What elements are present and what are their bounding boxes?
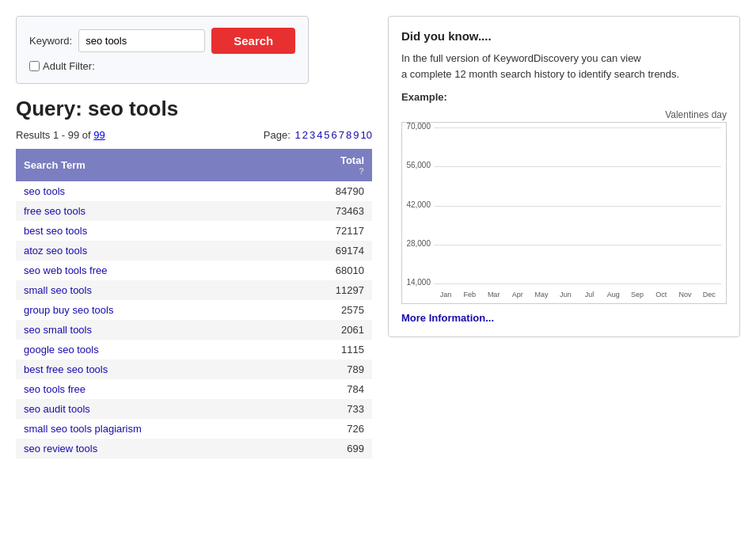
page-link-6[interactable]: 6 bbox=[332, 129, 337, 141]
term-link[interactable]: seo web tools free bbox=[24, 264, 108, 276]
page-link-4[interactable]: 4 bbox=[317, 129, 322, 141]
query-title: Query: seo tools bbox=[16, 97, 372, 121]
col-search-term: Search Term bbox=[16, 149, 283, 181]
x-label: Oct bbox=[649, 291, 673, 299]
term-link[interactable]: atoz seo tools bbox=[24, 245, 87, 257]
y-label: 14,000 bbox=[404, 278, 431, 287]
results-tbody: seo tools84790free seo tools73463best se… bbox=[16, 181, 372, 458]
y-label: 42,000 bbox=[404, 200, 431, 209]
results-count: Results 1 - 99 of 99 bbox=[16, 129, 105, 141]
bars-container bbox=[434, 127, 721, 284]
count-cell: 2575 bbox=[283, 300, 372, 320]
keyword-label: Keyword: bbox=[29, 35, 72, 47]
term-link[interactable]: google seo tools bbox=[24, 344, 99, 356]
page-link-5[interactable]: 5 bbox=[324, 129, 329, 141]
did-you-know-title: Did you know.... bbox=[401, 29, 727, 43]
results-table: Search Term Total ? seo tools84790free s… bbox=[16, 149, 372, 458]
term-link[interactable]: seo audit tools bbox=[24, 403, 90, 415]
search-box: Keyword: Search Adult Filter: bbox=[16, 16, 309, 84]
table-row: small seo tools11297 bbox=[16, 280, 372, 300]
table-row: atoz seo tools69174 bbox=[16, 241, 372, 260]
table-row: seo small tools2061 bbox=[16, 320, 372, 340]
table-row: seo web tools free68010 bbox=[16, 260, 372, 280]
page-link-2[interactable]: 2 bbox=[302, 129, 308, 141]
adult-filter-checkbox[interactable] bbox=[29, 61, 40, 71]
table-row: free seo tools73463 bbox=[16, 201, 372, 221]
term-link[interactable]: free seo tools bbox=[24, 205, 85, 217]
count-cell: 11297 bbox=[283, 280, 372, 300]
term-link[interactable]: group buy seo tools bbox=[24, 304, 113, 316]
page-link-3[interactable]: 3 bbox=[310, 129, 315, 141]
chart-area: Valentines day 70,00056,00042,00028,0001… bbox=[401, 109, 727, 304]
page-link-1[interactable]: 1 bbox=[294, 129, 300, 141]
example-label: Example: bbox=[401, 91, 727, 103]
count-cell: 84790 bbox=[283, 181, 372, 201]
did-you-know-text: In the full version of KeywordDiscovery … bbox=[401, 51, 727, 82]
x-label: Sep bbox=[625, 291, 649, 299]
table-row: seo tools84790 bbox=[16, 181, 372, 201]
page-link-9[interactable]: 9 bbox=[353, 129, 359, 141]
term-link[interactable]: best seo tools bbox=[24, 225, 87, 237]
table-row: small seo tools plagiarism726 bbox=[16, 419, 372, 439]
count-cell: 73463 bbox=[283, 201, 372, 221]
left-panel: Keyword: Search Adult Filter: Query: seo… bbox=[8, 8, 380, 466]
term-link[interactable]: small seo tools plagiarism bbox=[24, 423, 142, 435]
count-cell: 789 bbox=[283, 359, 372, 379]
adult-filter-label: Adult Filter: bbox=[43, 60, 95, 72]
col-total: Total ? bbox=[283, 149, 372, 181]
results-info: Results 1 - 99 of 99 Page: 12345678910 bbox=[16, 129, 372, 141]
term-link[interactable]: seo small tools bbox=[24, 324, 92, 336]
y-label: 56,000 bbox=[404, 161, 431, 169]
x-label: Apr bbox=[506, 291, 530, 299]
table-row: seo audit tools733 bbox=[16, 399, 372, 419]
table-row: group buy seo tools2575 bbox=[16, 300, 372, 320]
table-row: google seo tools1115 bbox=[16, 340, 372, 359]
count-cell: 68010 bbox=[283, 260, 372, 280]
x-label: Mar bbox=[482, 291, 506, 299]
x-axis: JanFebMarAprMayJunJulAugSepOctNovDec bbox=[434, 291, 721, 299]
page-link-10[interactable]: 10 bbox=[361, 129, 372, 141]
count-cell: 72117 bbox=[283, 221, 372, 241]
more-info-link[interactable]: More Information... bbox=[401, 312, 727, 324]
page-link-8[interactable]: 8 bbox=[346, 129, 351, 141]
pagination: Page: 12345678910 bbox=[264, 129, 372, 141]
count-cell: 699 bbox=[283, 439, 372, 458]
table-row: seo review tools699 bbox=[16, 439, 372, 458]
chart-title: Valentines day bbox=[401, 109, 727, 120]
x-label: Dec bbox=[697, 291, 721, 299]
x-label: Feb bbox=[458, 291, 481, 299]
count-cell: 784 bbox=[283, 379, 372, 399]
y-label: 70,000 bbox=[404, 122, 431, 131]
search-button[interactable]: Search bbox=[211, 28, 295, 54]
results-link[interactable]: 99 bbox=[93, 129, 104, 141]
term-link[interactable]: seo tools bbox=[24, 185, 65, 197]
table-row: seo tools free784 bbox=[16, 379, 372, 399]
page-link-7[interactable]: 7 bbox=[339, 129, 344, 141]
x-label: Jun bbox=[553, 291, 577, 299]
x-label: Jan bbox=[434, 291, 458, 299]
term-link[interactable]: seo tools free bbox=[24, 383, 85, 395]
count-cell: 733 bbox=[283, 399, 372, 419]
did-you-know-box: Did you know.... In the full version of … bbox=[388, 16, 740, 337]
count-cell: 726 bbox=[283, 419, 372, 439]
x-label: Nov bbox=[674, 291, 697, 299]
term-link[interactable]: best free seo tools bbox=[24, 363, 108, 375]
table-row: best free seo tools789 bbox=[16, 359, 372, 379]
count-cell: 1115 bbox=[283, 340, 372, 359]
y-label: 28,000 bbox=[404, 239, 431, 248]
x-label: Aug bbox=[602, 291, 625, 299]
x-label: Jul bbox=[578, 291, 602, 299]
bar-chart: 70,00056,00042,00028,00014,000 JanFebMar… bbox=[401, 122, 727, 304]
table-row: best seo tools72117 bbox=[16, 221, 372, 241]
term-link[interactable]: small seo tools bbox=[24, 284, 92, 296]
keyword-input[interactable] bbox=[78, 29, 205, 52]
term-link[interactable]: seo review tools bbox=[24, 443, 97, 454]
x-label: May bbox=[530, 291, 553, 299]
count-cell: 2061 bbox=[283, 320, 372, 340]
count-cell: 69174 bbox=[283, 241, 372, 260]
right-panel: Did you know.... In the full version of … bbox=[380, 8, 748, 466]
